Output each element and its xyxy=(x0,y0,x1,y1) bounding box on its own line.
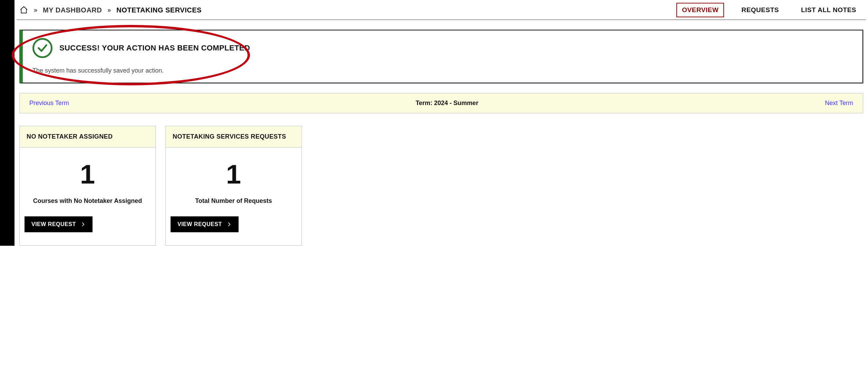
view-request-button[interactable]: VIEW REQUEST xyxy=(25,216,93,232)
previous-term-link[interactable]: Previous Term xyxy=(29,100,69,107)
breadcrumb-separator-icon: » xyxy=(107,7,111,14)
chevron-right-icon xyxy=(227,222,232,227)
card-requests: NOTETAKING SERVICES REQUESTS 1 Total Num… xyxy=(165,126,302,246)
card-subtitle: Total Number of Requests xyxy=(171,197,297,205)
button-label: VIEW REQUEST xyxy=(31,221,76,227)
card-no-notetaker: NO NOTETAKER ASSIGNED 1 Courses with No … xyxy=(19,126,156,246)
term-navigation-bar: Previous Term Term: 2024 - Summer Next T… xyxy=(19,93,863,113)
card-value: 1 xyxy=(171,161,297,188)
tab-requests[interactable]: REQUESTS xyxy=(736,3,784,17)
chevron-right-icon xyxy=(81,222,86,227)
breadcrumb-current: NOTETAKING SERVICES xyxy=(116,6,202,14)
view-request-button[interactable]: VIEW REQUEST xyxy=(171,216,239,232)
term-label: Term: 2024 - Summer xyxy=(416,100,479,107)
success-banner: SUCCESS! YOUR ACTION HAS BEEN COMPLETED … xyxy=(19,30,863,83)
breadcrumb-dashboard[interactable]: MY DASHBOARD xyxy=(43,6,102,14)
home-icon[interactable] xyxy=(19,6,28,15)
breadcrumb: » MY DASHBOARD » NOTETAKING SERVICES xyxy=(19,6,202,15)
left-sidebar-strip xyxy=(0,0,15,246)
header-row: » MY DASHBOARD » NOTETAKING SERVICES OVE… xyxy=(17,0,866,20)
card-title: NO NOTETAKER ASSIGNED xyxy=(20,126,155,148)
card-subtitle: Courses with No Notetaker Assigned xyxy=(25,197,151,205)
card-value: 1 xyxy=(25,161,151,188)
next-term-link[interactable]: Next Term xyxy=(825,100,853,107)
success-banner-title: SUCCESS! YOUR ACTION HAS BEEN COMPLETED xyxy=(59,44,250,53)
success-banner-subtitle: The system has successfully saved your a… xyxy=(32,67,854,74)
tab-list-all-notes[interactable]: LIST ALL NOTES xyxy=(796,3,861,17)
tab-bar: OVERVIEW REQUESTS LIST ALL NOTES xyxy=(676,3,863,17)
card-title: NOTETAKING SERVICES REQUESTS xyxy=(166,126,301,148)
button-label: VIEW REQUEST xyxy=(177,221,222,227)
tab-overview[interactable]: OVERVIEW xyxy=(676,3,724,17)
breadcrumb-separator-icon: » xyxy=(34,7,37,14)
check-circle-icon xyxy=(32,38,52,58)
summary-cards: NO NOTETAKER ASSIGNED 1 Courses with No … xyxy=(19,126,863,246)
